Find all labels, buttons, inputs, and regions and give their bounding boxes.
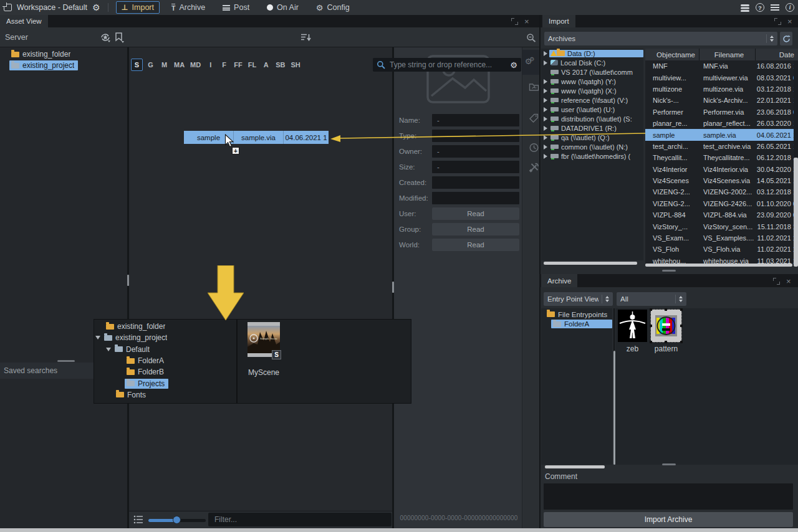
column-header-date[interactable]: Date	[756, 49, 797, 60]
table-row[interactable]: samplesample.via04.06.2021 1	[645, 129, 798, 140]
info-icon[interactable]: i	[786, 3, 794, 12]
expand-panel-icon[interactable]	[774, 18, 781, 25]
table-row[interactable]: VIZPL-884VIZPL-884.via23.09.2020 0	[645, 209, 798, 221]
drive-item[interactable]: common (\\autlet) (N:)	[541, 142, 643, 151]
permission-button[interactable]: Read	[432, 223, 519, 235]
search-settings-gear-icon[interactable]: ⚙	[510, 61, 517, 69]
property-value[interactable]: -	[432, 145, 519, 158]
expand-panel-icon[interactable]	[773, 278, 780, 285]
drive-item[interactable]: www (\\qatgh) (Y:)	[541, 77, 643, 86]
expand-panel-icon[interactable]	[511, 18, 518, 25]
drive-item[interactable]: Local Disk (C:)	[541, 58, 643, 67]
close-panel-icon[interactable]: ×	[787, 17, 792, 26]
tree-item[interactable]: existing_project	[0, 60, 127, 71]
gears-icon[interactable]: ⚙⚙	[522, 57, 539, 66]
table-row[interactable]: VS_Exam...VS_Examples....11.02.2021 1	[645, 232, 798, 244]
tree-item[interactable]: Projects	[94, 378, 235, 389]
table-row[interactable]: multizonemultizone.via03.12.2018 1	[645, 83, 798, 95]
table-row[interactable]: PerformerPerformer.via23.06.2018 0	[645, 107, 798, 118]
slider-thumb[interactable]	[173, 516, 181, 524]
archive-item-zeb[interactable]: zeb	[618, 310, 647, 342]
refresh-button[interactable]	[780, 32, 792, 45]
menu-config[interactable]: ⚙Config	[310, 1, 355, 14]
menu-import[interactable]: ⊥Import	[116, 1, 160, 14]
caret-icon[interactable]	[544, 60, 547, 65]
workspace-label[interactable]: Workspace - Default	[17, 3, 87, 12]
search-input[interactable]	[388, 60, 507, 70]
horizontal-scrollbar[interactable]	[544, 262, 637, 265]
close-panel-icon[interactable]: ×	[524, 17, 529, 26]
table-row[interactable]: Nick's-...Nick's-Archiv...22.01.2021 1	[645, 95, 798, 106]
tree-item[interactable]: Fonts	[94, 389, 235, 401]
dragged-asset-row[interactable]: sample sample.via 04.06.2021 1	[184, 131, 329, 144]
table-row[interactable]: Viz4InteriorViz4Interior.via30.04.2020 1	[645, 164, 798, 175]
type-filter-I[interactable]: I	[204, 59, 216, 71]
asset-canvas[interactable]	[129, 47, 392, 511]
menu-lines-icon[interactable]	[771, 4, 779, 6]
drive-item[interactable]: reference (\\fsaut) (V:)	[541, 95, 643, 105]
type-filter-M[interactable]: M	[158, 59, 170, 71]
caret-icon[interactable]	[544, 116, 547, 121]
help-icon[interactable]: ?	[756, 3, 764, 12]
table-row[interactable]: VIZENG-2...VIZENG-2426...01.10.2020 0	[645, 198, 798, 209]
property-value[interactable]: -	[432, 130, 519, 142]
permission-button[interactable]: Read	[432, 207, 519, 220]
scrollbar-thumb[interactable]	[794, 158, 798, 267]
tree-item[interactable]: existing_folder	[0, 49, 127, 60]
horizontal-scrollbar[interactable]	[645, 264, 792, 267]
splitter-handle[interactable]	[662, 270, 676, 272]
drive-item[interactable]: qa (\\autlet) (Q:)	[541, 133, 643, 142]
caret-icon[interactable]	[544, 79, 547, 84]
menu-archive[interactable]: TArchive	[166, 1, 211, 14]
caret-icon[interactable]	[106, 348, 111, 351]
table-row[interactable]: VIZENG-2...VIZENG-2002...03.12.2018 1	[645, 186, 798, 197]
table-row[interactable]: VizStory_...VizStory_scen...15.11.2018 1	[645, 221, 798, 232]
caret-icon[interactable]	[544, 135, 547, 140]
archives-dropdown[interactable]: Archives	[544, 32, 777, 45]
type-filter-MA[interactable]: MA	[172, 59, 186, 71]
tree-item[interactable]: File Entrypoints	[541, 310, 612, 320]
drive-item[interactable]: user (\\autlet) (U:)	[541, 105, 643, 114]
table-row[interactable]: multiview...multiviewer.via08.03.2021 0	[645, 72, 798, 83]
type-filter-A[interactable]: A	[260, 59, 272, 71]
drive-item[interactable]: VS 2017 (\\autlet\comm	[541, 67, 643, 77]
table-row[interactable]: Theycallit...Theycallitatre...06.12.2018…	[645, 152, 798, 163]
splitter-handle[interactable]	[57, 360, 75, 362]
property-value[interactable]	[432, 192, 519, 204]
tab-archive[interactable]: Archive	[541, 274, 577, 287]
entry-filter-dropdown[interactable]: All	[617, 292, 686, 306]
view-mode-icon[interactable]	[133, 515, 143, 525]
database-icon[interactable]	[741, 4, 749, 6]
horizontal-scrollbar[interactable]	[545, 465, 605, 468]
type-filter-F[interactable]: F	[218, 59, 230, 71]
caret-icon[interactable]	[95, 336, 100, 340]
splitter-handle[interactable]	[662, 463, 676, 465]
filter-input[interactable]	[213, 515, 387, 525]
column-header-filename[interactable]: Filename	[699, 49, 756, 60]
tree-item[interactable]: Default	[94, 344, 235, 355]
table-row[interactable]: planar_re...planar_reflect...26.03.2020 …	[645, 118, 798, 129]
comment-textarea[interactable]	[544, 483, 793, 510]
vertical-scrollbar[interactable]	[794, 60, 798, 267]
caret-icon[interactable]	[544, 126, 547, 131]
entry-point-view-dropdown[interactable]: Entry Point View	[544, 292, 613, 306]
table-row[interactable]: VS_FlohVS_Floh.via11.02.2021 1	[645, 244, 798, 255]
tab-import[interactable]: Import	[542, 15, 575, 27]
type-filter-MD[interactable]: MD	[188, 59, 203, 71]
sort-icon[interactable]	[300, 34, 311, 42]
table-row[interactable]: Viz4ScenesViz4Scenes.via14.05.2021 1	[645, 175, 798, 186]
tree-item[interactable]: FolderA	[94, 355, 235, 366]
type-filter-S[interactable]: S	[131, 59, 143, 71]
scene-thumbnail[interactable]: Sample Scene S	[248, 322, 280, 361]
permission-button[interactable]: Read	[432, 239, 519, 251]
caret-icon[interactable]	[544, 154, 547, 159]
type-filter-FL[interactable]: FL	[246, 59, 258, 71]
close-panel-icon[interactable]: ×	[786, 277, 791, 285]
drive-item[interactable]: fbr (\\autlet\homedirs) (	[541, 151, 643, 161]
tree-item[interactable]: existing_project	[94, 332, 235, 343]
drive-item[interactable]: DATADRIVE1 (R:)	[541, 123, 643, 133]
type-filter-G[interactable]: G	[145, 59, 156, 71]
menu-onair[interactable]: On Air	[261, 1, 304, 14]
drive-item[interactable]: www (\\qatgh) (X:)	[541, 86, 643, 95]
drive-item[interactable]: Data (D:)	[541, 49, 643, 58]
